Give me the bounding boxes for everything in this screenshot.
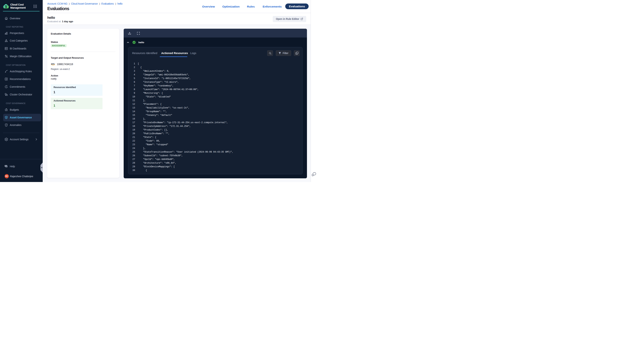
svg-text:$: $: [5, 5, 7, 8]
svg-text:$: $: [6, 116, 7, 118]
svg-text:$: $: [6, 109, 7, 111]
svg-text:aws: aws: [51, 63, 55, 65]
svg-text:?: ?: [5, 165, 7, 167]
